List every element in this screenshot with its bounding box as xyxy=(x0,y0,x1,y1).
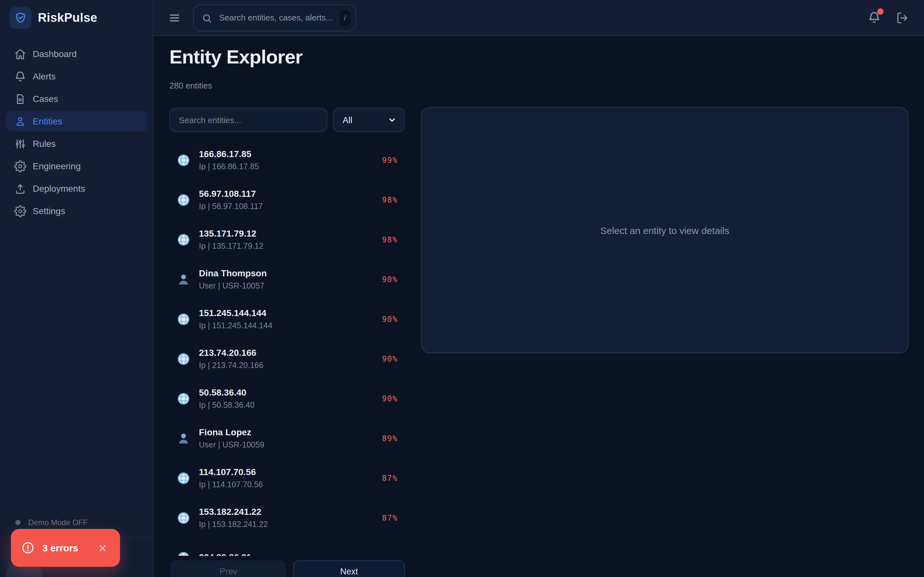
notifications-button[interactable] xyxy=(867,11,882,25)
type-filter-value: All xyxy=(342,115,388,125)
brand: RiskPulse xyxy=(0,0,153,36)
logout-icon[interactable] xyxy=(896,11,909,24)
globe-icon xyxy=(176,352,191,366)
entity-risk: 99% xyxy=(382,156,398,165)
sidebar-nav: Dashboard Alerts Cases Entities xyxy=(0,44,153,221)
entity-name: 135.171.79.12 xyxy=(199,227,382,240)
sidebar-item-settings[interactable]: Settings xyxy=(6,201,147,221)
entity-meta: Ip | 114.107.70.56 xyxy=(199,479,382,490)
sidebar-item-entities[interactable]: Entities xyxy=(6,111,147,131)
entity-name: 166.86.17.85 xyxy=(199,148,382,160)
entity-search-input[interactable] xyxy=(170,108,327,132)
page-title: Entity Explorer xyxy=(170,46,302,68)
gear-icon xyxy=(14,205,26,217)
sidebar-item-deployments[interactable]: Deployments xyxy=(6,178,147,199)
entity-name: 153.182.241.22 xyxy=(199,506,382,518)
alert-circle-icon xyxy=(21,541,35,554)
entity-row[interactable]: Fiona Lopez User | USR-10059 89% xyxy=(170,424,405,453)
entity-name: 213.74.20.166 xyxy=(199,347,382,359)
hamburger-menu-icon[interactable] xyxy=(169,12,180,24)
sidebar-item-label: Entities xyxy=(33,116,62,126)
close-icon[interactable] xyxy=(98,543,107,552)
entity-name: 50.58.36.40 xyxy=(199,387,382,399)
global-search-input[interactable]: Search entities, cases, alerts... / xyxy=(193,5,356,31)
user-icon xyxy=(176,272,191,287)
sidebar-item-label: Deployments xyxy=(33,183,85,193)
entity-row[interactable]: 50.58.36.40 Ip | 50.58.36.40 90% xyxy=(170,384,405,414)
entity-name: Dina Thompson xyxy=(199,268,382,279)
sidebar-item-cases[interactable]: Cases xyxy=(6,89,147,109)
entity-meta: Ip | 153.182.241.22 xyxy=(199,519,382,530)
entity-risk: 90% xyxy=(382,275,398,284)
entity-name: 114.107.70.56 xyxy=(199,466,382,478)
document-icon xyxy=(14,93,26,105)
search-icon xyxy=(202,13,212,23)
entity-risk: 90% xyxy=(382,355,398,364)
app-window: RiskPulse Dashboard Alerts Cases xyxy=(0,0,924,577)
entity-row[interactable]: 135.171.79.12 Ip | 135.171.79.12 98% xyxy=(170,225,405,255)
entity-risk: 87% xyxy=(382,474,398,483)
demo-mode-label: Demo Mode OFF xyxy=(28,518,87,527)
entity-row[interactable]: 153.182.241.22 Ip | 153.182.241.22 87% xyxy=(170,503,405,533)
entity-risk: 87% xyxy=(382,514,398,522)
entity-row[interactable]: 114.107.70.56 Ip | 114.107.70.56 87% xyxy=(170,464,405,493)
entity-row[interactable]: Dina Thompson User | USR-10057 90% xyxy=(170,265,405,294)
empty-state-text: Select an entity to view details xyxy=(600,225,729,235)
globe-icon xyxy=(176,392,191,406)
entity-meta: User | USR-10059 xyxy=(199,439,382,451)
entity-meta: Ip | 56.97.108.117 xyxy=(199,201,382,212)
entity-meta: Ip | 50.58.36.40 xyxy=(199,400,382,411)
globe-icon xyxy=(176,471,191,485)
sidebar-item-label: Settings xyxy=(33,206,65,216)
chevron-down-icon xyxy=(388,115,397,124)
entity-meta: Ip | 166.86.17.85 xyxy=(199,161,382,172)
gear-icon xyxy=(14,160,26,172)
sidebar-item-alerts[interactable]: Alerts xyxy=(6,66,147,87)
globe-icon xyxy=(176,312,191,326)
demo-mode-status: Demo Mode OFF xyxy=(0,517,153,528)
globe-icon xyxy=(176,153,191,167)
entity-meta: Ip | 135.171.79.12 xyxy=(199,240,382,252)
global-search-placeholder: Search entities, cases, alerts... xyxy=(212,12,339,24)
sidebar-item-label: Engineering xyxy=(33,161,81,171)
user-icon xyxy=(176,432,191,446)
globe-icon xyxy=(176,511,191,525)
topbar: Search entities, cases, alerts... / xyxy=(153,0,924,36)
notification-dot xyxy=(877,8,884,15)
entity-meta: User | USR-10057 xyxy=(199,280,382,292)
entity-detail-panel: Select an entity to view details xyxy=(421,107,909,353)
sidebar-item-label: Cases xyxy=(33,93,58,104)
sidebar-item-engineering[interactable]: Engineering xyxy=(6,156,147,176)
entity-row[interactable]: 151.245.144.144 Ip | 151.245.144.144 90% xyxy=(170,305,405,334)
entity-row[interactable]: 213.74.20.166 Ip | 213.74.20.166 90% xyxy=(170,344,405,374)
app-title: RiskPulse xyxy=(38,11,97,25)
entity-count: 280 entities xyxy=(170,81,212,90)
entity-list: 166.86.17.85 Ip | 166.86.17.85 99% 56.97… xyxy=(170,145,405,556)
entity-risk: 98% xyxy=(382,195,398,205)
type-filter-select[interactable]: All xyxy=(333,108,405,132)
entity-risk: 98% xyxy=(382,235,398,244)
upload-icon xyxy=(14,182,26,195)
shortcut-key-badge: / xyxy=(339,10,351,26)
sidebar-item-label: Dashboard xyxy=(33,49,77,59)
entity-name: 151.245.144.144 xyxy=(199,307,382,319)
entity-risk: 89% xyxy=(382,434,398,443)
prev-page-button[interactable]: Prev xyxy=(171,560,286,577)
entity-name: 224.29.86.21 xyxy=(199,551,398,556)
entity-row[interactable]: 166.86.17.85 Ip | 166.86.17.85 99% xyxy=(170,145,405,175)
home-icon xyxy=(14,48,26,60)
entity-risk: 90% xyxy=(382,315,398,324)
entity-row[interactable]: 224.29.86.21 xyxy=(170,543,405,556)
globe-icon xyxy=(176,193,191,207)
entity-row[interactable]: 56.97.108.117 Ip | 56.97.108.117 98% xyxy=(170,185,405,215)
person-icon xyxy=(14,115,26,127)
status-dot-icon xyxy=(15,520,21,525)
entity-meta: Ip | 151.245.144.144 xyxy=(199,320,382,332)
next-page-button[interactable]: Next xyxy=(293,560,405,577)
sidebar-item-rules[interactable]: Rules xyxy=(6,133,147,154)
globe-icon xyxy=(176,233,191,247)
error-toast: 3 errors xyxy=(11,529,120,567)
entity-name: Fiona Lopez xyxy=(199,426,382,438)
sidebar-item-dashboard[interactable]: Dashboard xyxy=(6,44,147,64)
entity-risk: 90% xyxy=(382,394,398,403)
